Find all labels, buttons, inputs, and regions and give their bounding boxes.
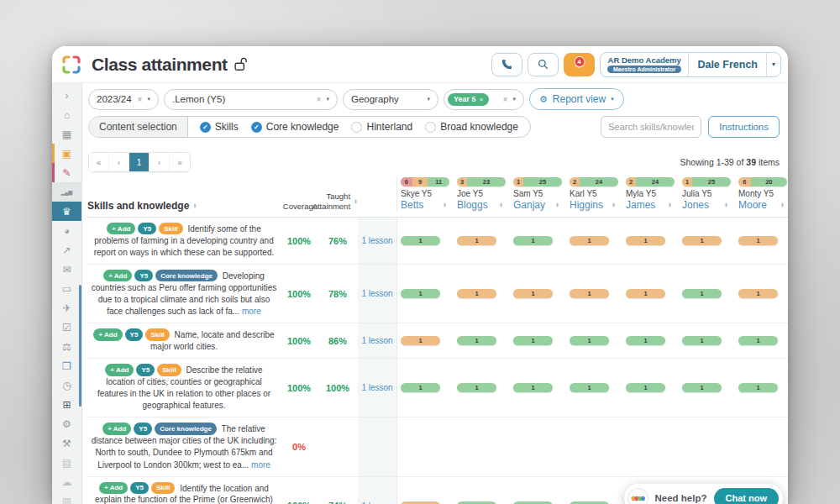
sidebar-item-communications[interactable]: ✉ xyxy=(52,260,81,279)
attainment-cell[interactable]: 1 xyxy=(454,236,510,245)
skill-tag[interactable]: Skill xyxy=(151,482,175,494)
sidebar-item-cloud[interactable]: ☁ xyxy=(52,472,81,491)
attainment-cell[interactable]: 1 xyxy=(566,336,622,345)
sidebar-item-integrations[interactable]: ⊞ xyxy=(52,395,81,414)
lessons-link[interactable] xyxy=(358,417,396,475)
skill-tag[interactable]: Skill xyxy=(159,223,182,234)
sidebar-scrollbar[interactable] xyxy=(79,285,81,407)
add-tag[interactable]: + Add xyxy=(105,364,134,375)
attainment-cell[interactable]: 1 xyxy=(454,289,510,298)
student-last-name[interactable]: Moore xyxy=(738,199,767,211)
year-tag[interactable]: Y5 xyxy=(136,364,155,375)
sidebar-item-analytics-bars[interactable]: ▂▄▆ xyxy=(52,182,81,202)
add-tag[interactable]: + Add xyxy=(107,223,135,234)
student-column-header[interactable]: 323 Joe Y5 Bloggs xyxy=(454,177,510,211)
student-last-name[interactable]: Jones xyxy=(682,199,709,211)
clear-icon[interactable]: × xyxy=(138,95,143,104)
page-current[interactable]: 1 xyxy=(129,153,150,171)
attainment-cell[interactable]: 1 xyxy=(454,383,510,392)
core-tag[interactable]: Core knowledge xyxy=(155,270,218,281)
year-tag[interactable]: Y5 xyxy=(130,482,149,494)
attainment-header[interactable]: TaughtAttainment xyxy=(318,192,358,212)
clear-icon[interactable]: × xyxy=(479,96,483,103)
add-tag[interactable]: + Add xyxy=(102,423,131,434)
year-tag[interactable]: Y5 xyxy=(134,423,152,434)
help-widget[interactable]: Need help? Chat now xyxy=(624,484,783,504)
sidebar-item-staff[interactable]: ▣ xyxy=(52,144,81,163)
attainment-cell[interactable]: 1 xyxy=(566,289,622,298)
attainment-cell[interactable]: 1 xyxy=(566,383,622,392)
lessons-link[interactable]: 1 lesson xyxy=(358,323,396,358)
attainment-cell[interactable]: 1 xyxy=(510,336,566,345)
sidebar-item-attainment-trophy[interactable]: ♛ xyxy=(52,202,81,221)
filter-academic-year[interactable]: 2023/24 ×▾ xyxy=(88,89,159,110)
sidebar-item-progress-chart[interactable]: ↗ xyxy=(52,240,81,260)
add-tag[interactable]: + Add xyxy=(103,270,132,281)
search-button[interactable] xyxy=(528,53,559,76)
sidebar-item-send[interactable]: ✈ xyxy=(52,298,81,318)
chevron-down-icon[interactable]: ▾ xyxy=(512,96,516,102)
unlock-icon[interactable] xyxy=(234,56,248,72)
notifications-button[interactable]: 4 xyxy=(564,53,595,76)
attainment-cell[interactable]: 1 xyxy=(622,336,679,345)
sidebar-item-assessment-pie[interactable]: ◕ xyxy=(52,221,81,240)
checked-radio-icon[interactable] xyxy=(251,122,262,133)
sidebar-item-documents[interactable]: ❐ xyxy=(52,356,81,375)
sidebar-item-moderation-scales[interactable]: ⚖ xyxy=(52,337,81,356)
sidebar-item-presentation[interactable]: ▭ xyxy=(52,279,81,298)
chevron-down-icon[interactable]: ▾ xyxy=(326,96,329,102)
sidebar-item-tools[interactable]: ⚒ xyxy=(52,433,81,453)
clear-icon[interactable]: × xyxy=(503,95,508,104)
student-last-name[interactable]: James xyxy=(626,199,655,211)
filter-year-group[interactable]: Year 5× ×▾ xyxy=(444,89,524,110)
clear-icon[interactable]: × xyxy=(317,95,322,104)
search-input[interactable] xyxy=(601,116,701,138)
content-option-broad-knowledge[interactable]: Broad knowledge xyxy=(425,121,518,133)
sidebar-item-school-building[interactable]: ▤ xyxy=(52,453,81,472)
chevron-down-icon[interactable]: ▾ xyxy=(147,96,150,102)
filter-class[interactable]: .Lemon (Y5) ×▾ xyxy=(164,89,338,110)
student-column-header[interactable]: 125 Sam Y5 Ganjay xyxy=(510,177,566,211)
sidebar-item-calendar[interactable]: ▦ xyxy=(52,124,81,144)
skills-header[interactable]: Skills and knowledge xyxy=(87,200,281,212)
student-column-header[interactable]: 125 Julia Y5 Jones xyxy=(679,177,735,211)
account-caret-icon[interactable]: ▾ xyxy=(767,53,780,76)
more-link[interactable]: more xyxy=(242,307,261,316)
attainment-cell[interactable]: 1 xyxy=(679,336,735,345)
report-view-button[interactable]: ⚙ Report view ▾ xyxy=(529,88,624,110)
sort-icon[interactable] xyxy=(668,202,672,208)
core-tag[interactable]: Core knowledge xyxy=(155,423,217,434)
add-tag[interactable]: + Add xyxy=(99,482,128,494)
attainment-cell[interactable]: 1 xyxy=(679,289,735,298)
attainment-cell[interactable]: 1 xyxy=(735,289,788,298)
sidebar-item-timer[interactable]: ◷ xyxy=(52,375,81,395)
attainment-cell[interactable]: 1 xyxy=(397,236,454,245)
lessons-link[interactable]: 1 lesson xyxy=(358,218,396,264)
year-tag[interactable]: Y5 xyxy=(134,270,153,281)
sort-icon[interactable] xyxy=(192,203,197,209)
sort-icon[interactable] xyxy=(354,199,358,205)
student-column-header[interactable]: 224 Karl Y5 Higgins xyxy=(566,177,622,211)
more-link[interactable]: more xyxy=(251,460,270,470)
attainment-cell[interactable]: 1 xyxy=(679,236,735,245)
sort-icon[interactable] xyxy=(724,202,728,208)
attainment-cell[interactable]: 1 xyxy=(397,336,454,345)
phone-button[interactable] xyxy=(491,53,522,76)
instructions-button[interactable]: Instructions xyxy=(708,116,780,138)
sidebar-item-expand-chevron[interactable]: › xyxy=(52,86,81,105)
content-option-hinterland[interactable]: Hinterland xyxy=(351,121,412,133)
lessons-link[interactable]: 1 lesson xyxy=(358,477,396,504)
attainment-cell[interactable]: 1 xyxy=(735,336,788,345)
page-prev-button[interactable]: ‹ xyxy=(109,153,129,171)
attainment-cell[interactable]: 1 xyxy=(735,236,788,245)
sidebar-item-home[interactable]: ⌂ xyxy=(52,105,81,124)
attainment-cell[interactable]: 1 xyxy=(735,383,788,392)
lessons-link[interactable]: 1 lesson xyxy=(358,359,396,417)
attainment-cell[interactable]: 1 xyxy=(679,383,735,392)
skill-tag[interactable]: Skill xyxy=(157,364,181,375)
student-last-name[interactable]: Higgins xyxy=(570,199,603,211)
attainment-cell[interactable]: 1 xyxy=(510,236,566,245)
unchecked-radio-icon[interactable] xyxy=(351,122,362,133)
year-group-tag[interactable]: Year 5× xyxy=(448,93,489,106)
sidebar-item-approvals[interactable]: ☑ xyxy=(52,318,81,337)
